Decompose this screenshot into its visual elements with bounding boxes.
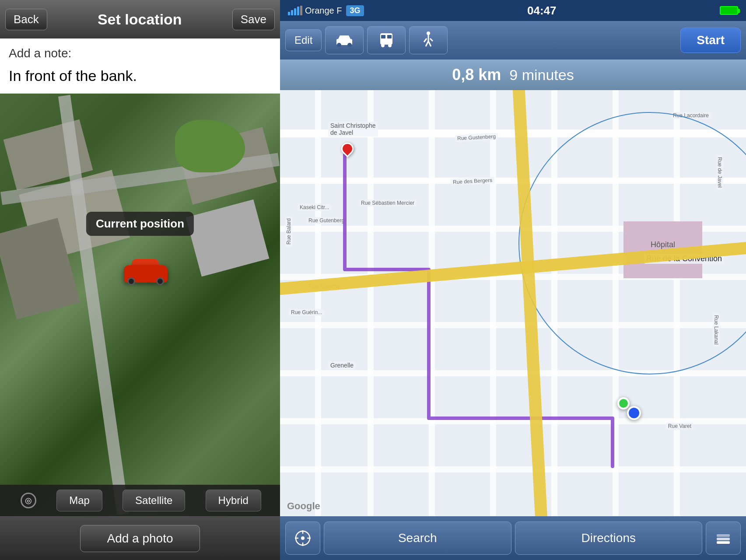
save-button[interactable]: Save bbox=[232, 9, 275, 30]
grenelle-label: Grenelle bbox=[328, 361, 356, 369]
svg-rect-5 bbox=[387, 35, 392, 38]
add-photo-button[interactable]: Add a photo bbox=[80, 525, 200, 552]
battery-area bbox=[720, 6, 738, 15]
map-type-satellite-button[interactable]: Satellite bbox=[123, 490, 185, 511]
road-v4 bbox=[490, 90, 496, 516]
signal-bars bbox=[288, 6, 302, 15]
blue-pin-head bbox=[627, 406, 641, 420]
svg-rect-22 bbox=[717, 541, 730, 544]
search-button[interactable]: Search bbox=[324, 522, 511, 555]
svg-line-11 bbox=[428, 41, 431, 46]
car-wheel-right bbox=[156, 277, 164, 285]
svg-rect-3 bbox=[380, 33, 392, 45]
distance-bar: 0,8 km 9 minutes bbox=[280, 60, 746, 90]
street-map-background: HôpitalBoucicaut Rue de la Convention Sa… bbox=[280, 90, 746, 516]
bottom-bar-right: Search Directions bbox=[280, 516, 746, 560]
battery-icon bbox=[720, 6, 738, 15]
signal-bar-4 bbox=[297, 7, 299, 15]
rue-gutenberg-label: Rue Gutenberg bbox=[306, 217, 347, 224]
car-body bbox=[124, 265, 168, 283]
building bbox=[186, 200, 270, 277]
walk-mode-button[interactable] bbox=[409, 26, 448, 54]
network-badge: 3G bbox=[346, 5, 364, 16]
carrier-text: Orange F bbox=[305, 6, 342, 16]
road-v2 bbox=[368, 90, 374, 516]
map-type-map-button[interactable]: Map bbox=[56, 490, 102, 511]
svg-point-6 bbox=[381, 44, 385, 47]
svg-point-8 bbox=[427, 32, 430, 35]
car-wheel-left bbox=[127, 277, 135, 285]
current-position-label: Current position bbox=[86, 212, 194, 236]
directions-button[interactable]: Directions bbox=[515, 522, 703, 555]
distance-km: 0,8 km bbox=[452, 66, 501, 84]
road-v1 bbox=[315, 90, 321, 516]
signal-bar-1 bbox=[288, 12, 290, 15]
navigation-map[interactable]: HôpitalBoucicaut Rue de la Convention Sa… bbox=[280, 90, 746, 516]
red-location-pin bbox=[341, 143, 354, 155]
nav-bar-left: Back Set location Save bbox=[0, 0, 280, 38]
note-label: Add a note: bbox=[9, 46, 271, 60]
rue-varet-label: Rue Varet bbox=[666, 423, 693, 430]
layers-button[interactable] bbox=[706, 522, 741, 555]
location-button[interactable] bbox=[285, 522, 320, 555]
bottom-bar-left: Add a photo bbox=[0, 516, 280, 560]
svg-line-10 bbox=[426, 41, 428, 46]
start-button[interactable]: Start bbox=[680, 28, 741, 53]
status-bar: Orange F 3G 04:47 bbox=[280, 0, 746, 21]
svg-line-13 bbox=[430, 38, 433, 41]
map-type-bar: ◎ Map Satellite Hybrid bbox=[0, 485, 280, 516]
distance-text: 0,8 km 9 minutes bbox=[452, 66, 574, 84]
page-title: Set location bbox=[98, 11, 182, 28]
edit-button[interactable]: Edit bbox=[285, 29, 322, 51]
time-display: 04:47 bbox=[527, 4, 557, 18]
distance-minutes: 9 minutes bbox=[509, 66, 574, 83]
rue-sebastien-label: Rue Sébastien Mercier bbox=[359, 200, 417, 206]
green-area bbox=[175, 120, 245, 172]
car-marker bbox=[124, 260, 168, 283]
rue-balard-label: Rue Balard bbox=[285, 216, 292, 247]
right-panel: Orange F 3G 04:47 Edit bbox=[280, 0, 746, 560]
google-watermark: Google bbox=[287, 500, 320, 512]
rue-guerin-label: Rue Guérin... bbox=[289, 309, 324, 316]
note-section: Add a note: In front of the bank. bbox=[0, 38, 280, 94]
road-v3 bbox=[429, 90, 435, 516]
red-pin-head bbox=[339, 140, 356, 158]
blue-location-pin bbox=[627, 406, 641, 420]
signal-area: Orange F 3G bbox=[288, 5, 364, 16]
left-panel: Back Set location Save Add a note: In fr… bbox=[0, 0, 280, 560]
satellite-map[interactable]: Current position ◎ Map Satellite Hybrid bbox=[0, 94, 280, 516]
car-mode-button[interactable] bbox=[325, 26, 364, 54]
signal-bar-2 bbox=[291, 10, 293, 15]
map-type-hybrid-button[interactable]: Hybrid bbox=[206, 490, 261, 511]
signal-bar-3 bbox=[294, 8, 296, 15]
nav-bar-right: Edit bbox=[280, 21, 746, 60]
battery-tip bbox=[738, 9, 740, 13]
svg-rect-21 bbox=[717, 538, 730, 540]
svg-point-15 bbox=[301, 536, 305, 540]
note-text[interactable]: In front of the bank. bbox=[9, 64, 271, 88]
bus-mode-button[interactable] bbox=[367, 26, 406, 54]
back-button[interactable]: Back bbox=[5, 9, 47, 30]
signal-bar-5 bbox=[300, 6, 302, 15]
svg-line-12 bbox=[424, 38, 427, 42]
compass-icon[interactable]: ◎ bbox=[21, 493, 36, 508]
svg-rect-20 bbox=[717, 534, 730, 537]
saint-christophe-label: Saint Christophede Javel bbox=[328, 122, 378, 136]
map-background: Current position bbox=[0, 94, 280, 516]
kaseki-label: Kaseki Citr... bbox=[298, 204, 331, 211]
svg-rect-4 bbox=[381, 35, 385, 38]
svg-point-7 bbox=[388, 44, 392, 47]
